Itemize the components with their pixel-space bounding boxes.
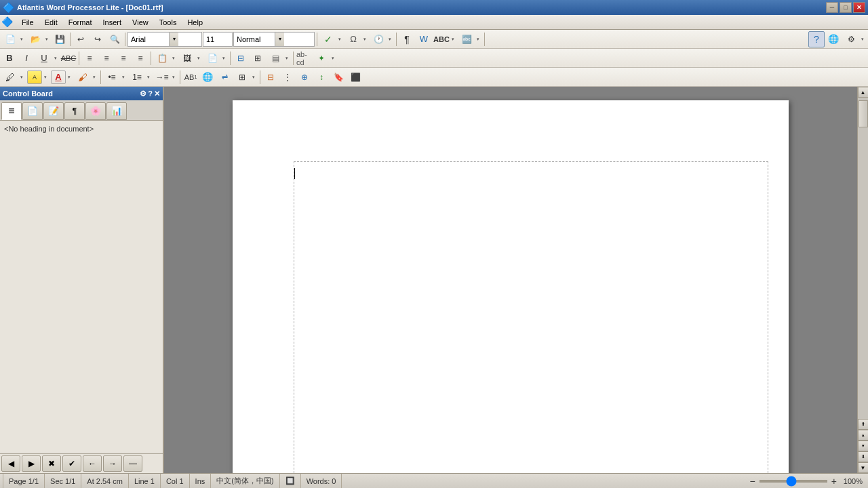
zoom-increase-button[interactable]: + bbox=[830, 476, 838, 487]
menu-file[interactable]: File bbox=[16, 16, 39, 29]
document-page[interactable] bbox=[233, 100, 789, 473]
abc-check-button[interactable]: ABC bbox=[433, 31, 450, 47]
cb-nav-left[interactable]: ← bbox=[83, 455, 102, 472]
header-footer-button[interactable]: ⊟ bbox=[262, 69, 279, 85]
cb-tab-stats[interactable]: 📊 bbox=[106, 102, 127, 120]
scroll-line-next[interactable]: ⬇ bbox=[858, 451, 869, 462]
image-button-group[interactable]: 🖼 ▾ bbox=[178, 50, 203, 66]
word-wrap-button[interactable]: ⇌ bbox=[216, 69, 233, 85]
style-arrow[interactable]: ▾ bbox=[275, 33, 284, 46]
text-color-button[interactable]: A bbox=[51, 70, 66, 84]
zoom-decrease-button[interactable]: − bbox=[748, 476, 756, 487]
scroll-thumb[interactable] bbox=[859, 100, 868, 127]
status-language[interactable]: 中文(简体，中国) bbox=[211, 474, 279, 488]
indent-arrow[interactable]: ▾ bbox=[170, 69, 177, 85]
table-insert-button[interactable]: ⊞ bbox=[234, 69, 250, 85]
online-button[interactable]: 🌐 bbox=[825, 31, 842, 47]
num-list-arrow[interactable]: ▾ bbox=[145, 69, 152, 85]
web-button[interactable]: 🌐 bbox=[199, 69, 216, 85]
font-name-arrow[interactable]: ▾ bbox=[169, 33, 178, 46]
table-insert-arrow[interactable]: ▾ bbox=[250, 69, 257, 85]
new-button-group[interactable]: 📄 ▾ bbox=[1, 31, 26, 47]
cb-tab-chars[interactable]: ¶ bbox=[64, 102, 85, 120]
cb-tab-bookmarks[interactable]: 🌸 bbox=[85, 102, 106, 120]
new-button[interactable]: 📄 bbox=[2, 31, 18, 47]
cb-nav-right[interactable]: → bbox=[103, 455, 122, 472]
highlight-color-arrow[interactable]: ▾ bbox=[42, 69, 49, 85]
highlight-button-group[interactable]: 🖊 ▾ bbox=[1, 69, 26, 85]
scroll-track[interactable] bbox=[858, 98, 869, 419]
spellcheck-live-button[interactable]: ab-cd bbox=[296, 50, 312, 66]
table-button[interactable]: ⊞ bbox=[250, 50, 266, 66]
highlight-color-button[interactable]: A bbox=[27, 70, 42, 84]
color-more-group[interactable]: ✦ ▾ bbox=[313, 50, 337, 66]
bold-button[interactable]: B bbox=[1, 50, 18, 66]
control-board-settings-icon[interactable]: ⚙ bbox=[140, 89, 146, 98]
abc-check-arrow[interactable]: ▾ bbox=[450, 31, 456, 47]
minimize-button[interactable]: ─ bbox=[826, 2, 838, 13]
show-marks-button[interactable]: ¶ bbox=[399, 31, 415, 47]
superscript-button[interactable]: AB1 bbox=[182, 69, 199, 85]
cb-nav-next[interactable]: ▶ bbox=[22, 455, 41, 472]
open-dropdown-arrow[interactable]: ▾ bbox=[43, 31, 50, 47]
language-button-group[interactable]: 🔤 ▾ bbox=[458, 31, 482, 47]
more-arrow[interactable]: ▾ bbox=[283, 50, 290, 66]
indent-group[interactable]: →≡ ▾ bbox=[153, 69, 178, 85]
highlight-button[interactable]: 🖊 bbox=[2, 69, 18, 85]
time-button-group[interactable]: 🕐 ▾ bbox=[370, 31, 394, 47]
cb-nav-accept[interactable]: ✔ bbox=[62, 455, 81, 472]
cb-nav-dash[interactable]: — bbox=[123, 455, 142, 472]
frame-arrow[interactable]: ▾ bbox=[220, 50, 227, 66]
document-scroll[interactable] bbox=[164, 87, 857, 473]
highlight-arrow[interactable]: ▾ bbox=[18, 69, 25, 85]
frame-button[interactable]: 📄 bbox=[204, 50, 220, 66]
abc-check-group[interactable]: ABC ▾ bbox=[433, 31, 457, 47]
cb-tab-pages[interactable]: 📄 bbox=[22, 102, 43, 120]
copy-arrow[interactable]: ▾ bbox=[170, 50, 177, 66]
settings-button[interactable]: ⚙ bbox=[843, 31, 859, 47]
copy-button[interactable]: 📋 bbox=[154, 50, 170, 66]
menu-view[interactable]: View bbox=[127, 16, 154, 29]
menu-edit[interactable]: Edit bbox=[39, 16, 63, 29]
bullet-list-button[interactable]: •≡ bbox=[104, 69, 120, 85]
insert-special-button[interactable]: Ω bbox=[345, 31, 361, 47]
table-insert-group[interactable]: ⊞ ▾ bbox=[233, 69, 258, 85]
num-list-button[interactable]: 1≡ bbox=[129, 69, 145, 85]
frame-button-group[interactable]: 📄 ▾ bbox=[203, 50, 228, 66]
spell-button-group[interactable]: ✓ ▾ bbox=[319, 31, 344, 47]
cb-nav-prev[interactable]: ◀ bbox=[1, 455, 20, 472]
maximize-button[interactable]: □ bbox=[840, 2, 852, 13]
time-button[interactable]: 🕐 bbox=[370, 31, 387, 47]
bullet-list-group[interactable]: •≡ ▾ bbox=[103, 69, 127, 85]
columns-2-button[interactable]: ⋮ bbox=[279, 69, 296, 85]
cb-tab-paragraphs[interactable]: ≡ bbox=[1, 102, 22, 120]
insert-special-group[interactable]: Ω ▾ bbox=[344, 31, 369, 47]
image-button[interactable]: 🖼 bbox=[179, 50, 195, 66]
indent-button[interactable]: →≡ bbox=[154, 69, 170, 85]
font-name-dropdown[interactable]: Arial ▾ bbox=[127, 32, 202, 47]
underline-arrow[interactable]: ▾ bbox=[52, 50, 59, 66]
control-board-help-icon[interactable]: ? bbox=[148, 89, 153, 98]
columns-button[interactable]: ⊟ bbox=[233, 50, 249, 66]
num-list-group[interactable]: 1≡ ▾ bbox=[128, 69, 153, 85]
status-layout-icon[interactable]: 🔲 bbox=[280, 474, 301, 488]
bookmark-button[interactable]: 🔖 bbox=[330, 69, 347, 85]
control-board-close-icon[interactable]: ✕ bbox=[154, 89, 160, 98]
brush-arrow[interactable]: ▾ bbox=[91, 69, 98, 85]
save-button[interactable]: 💾 bbox=[52, 31, 68, 47]
zoom-slider[interactable] bbox=[760, 480, 827, 483]
cb-tab-notes[interactable]: 📝 bbox=[43, 102, 64, 120]
settings-button-group[interactable]: ⚙ ▾ bbox=[842, 31, 867, 47]
field-button[interactable]: ⬛ bbox=[347, 69, 363, 85]
style-dropdown[interactable]: Normal ▾ bbox=[233, 32, 315, 47]
underline-button[interactable]: U bbox=[36, 50, 52, 66]
image-arrow[interactable]: ▾ bbox=[195, 50, 202, 66]
help-button[interactable]: ? bbox=[808, 31, 825, 47]
strikethrough-button[interactable]: ABC bbox=[60, 50, 77, 66]
redo-button[interactable]: ↪ bbox=[90, 31, 106, 47]
menu-help[interactable]: Help bbox=[182, 16, 208, 29]
status-insert-mode[interactable]: Ins bbox=[190, 474, 212, 488]
align-justify-button[interactable]: ≡ bbox=[132, 50, 149, 66]
scroll-page-next[interactable]: ▾ bbox=[858, 441, 869, 451]
page-break-button[interactable]: ↕ bbox=[313, 69, 330, 85]
